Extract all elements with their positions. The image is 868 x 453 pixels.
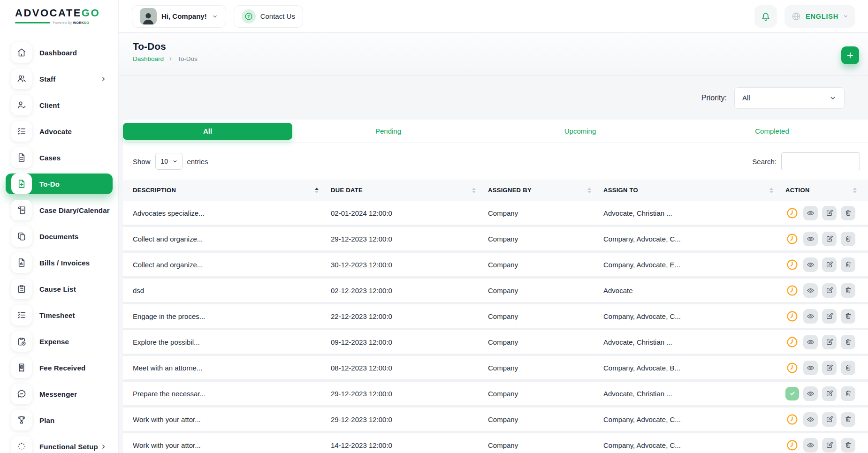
sidebar-item-label: Expense xyxy=(39,338,69,346)
sidebar-item-expense[interactable]: Expense xyxy=(6,331,113,352)
edit-button[interactable] xyxy=(822,438,837,453)
view-button[interactable] xyxy=(803,309,818,324)
row-actions xyxy=(785,361,868,375)
contact-us-label: Contact Us xyxy=(260,12,295,20)
breadcrumb-dashboard-link[interactable]: Dashboard xyxy=(133,55,164,62)
svg-text:?: ? xyxy=(247,14,250,19)
trash-icon xyxy=(845,261,852,268)
delete-button[interactable] xyxy=(841,206,855,220)
tab-completed[interactable]: Completed xyxy=(676,120,868,143)
entries-label: entries xyxy=(187,158,208,166)
column-header-action[interactable]: ACTION xyxy=(785,180,868,201)
trash-icon xyxy=(845,364,852,371)
delete-button[interactable] xyxy=(841,386,855,401)
view-button[interactable] xyxy=(803,335,818,349)
sidebar-item-cause-list[interactable]: Cause List xyxy=(6,279,113,299)
table-row: Work with your attor... 29-12-2023 12:00… xyxy=(123,408,868,433)
todo-assigned-by: Company xyxy=(488,338,603,346)
tab-pending[interactable]: Pending xyxy=(292,120,484,143)
delete-button[interactable] xyxy=(841,438,855,453)
sidebar-item-todo[interactable]: To-Do xyxy=(6,174,113,194)
eye-icon xyxy=(807,287,815,294)
language-label: ENGLISH xyxy=(806,13,838,20)
home-icon xyxy=(11,42,32,63)
view-button[interactable] xyxy=(803,283,818,298)
edit-button[interactable] xyxy=(822,283,837,298)
sidebar-item-messenger[interactable]: Messenger xyxy=(6,384,113,404)
edit-button[interactable] xyxy=(822,386,837,401)
edit-button[interactable] xyxy=(822,335,837,349)
status-slot xyxy=(785,284,799,297)
column-header-due-date[interactable]: DUE DATE xyxy=(331,180,488,201)
view-button[interactable] xyxy=(803,412,818,427)
view-button[interactable] xyxy=(803,257,818,272)
delete-button[interactable] xyxy=(841,361,855,375)
expense-clipboard-clock-icon xyxy=(11,331,32,352)
column-header-assign-to[interactable]: ASSIGN TO xyxy=(603,180,785,201)
view-button[interactable] xyxy=(803,361,818,375)
sidebar-item-bills-invoices[interactable]: Bills / Invoices xyxy=(6,252,113,273)
sidebar-item-cases[interactable]: Cases xyxy=(6,147,113,168)
main-area: Hi, Company! ? Contact Us xyxy=(119,0,868,453)
trash-icon xyxy=(845,415,852,423)
eye-icon xyxy=(807,209,815,217)
notifications-button[interactable] xyxy=(754,5,777,28)
edit-button[interactable] xyxy=(822,309,837,324)
todo-assigned-by: Company xyxy=(488,390,603,398)
page-size-select[interactable]: 10 xyxy=(155,153,183,170)
chevron-right-icon xyxy=(100,76,107,82)
delete-button[interactable] xyxy=(841,257,855,272)
chevron-down-icon xyxy=(172,159,178,164)
view-button[interactable] xyxy=(803,206,818,220)
edit-button[interactable] xyxy=(822,361,837,375)
eye-icon xyxy=(807,364,815,372)
priority-select[interactable]: All xyxy=(734,87,845,109)
table-controls: Show 10 entries Search: xyxy=(123,143,868,180)
column-header-description[interactable]: DESCRIPTION xyxy=(133,180,331,201)
app-root: ADVOCATEGO Powered By WORKDO Dashboard S… xyxy=(0,0,868,453)
view-button[interactable] xyxy=(803,386,818,401)
sidebar-item-timesheet[interactable]: Timesheet xyxy=(6,305,113,325)
delete-button[interactable] xyxy=(841,309,855,324)
edit-button[interactable] xyxy=(822,257,837,272)
sidebar-item-case-diary-calendar[interactable]: Case Diary/Calendar xyxy=(6,200,113,220)
sidebar-item-staff[interactable]: Staff xyxy=(6,68,113,89)
chevron-down-icon xyxy=(843,13,849,19)
sort-icon xyxy=(587,188,591,193)
contact-us-button[interactable]: ? Contact Us xyxy=(234,5,303,28)
pending-clock-icon xyxy=(786,413,799,426)
delete-button[interactable] xyxy=(841,335,855,349)
todo-description: Collect and organize... xyxy=(133,261,331,269)
delete-button[interactable] xyxy=(841,283,855,298)
delete-button[interactable] xyxy=(841,232,855,246)
view-button[interactable] xyxy=(803,232,818,246)
edit-button[interactable] xyxy=(822,412,837,427)
view-button[interactable] xyxy=(803,438,818,453)
todo-due-date: 29-12-2023 12:00:0 xyxy=(331,415,488,423)
sidebar-item-dashboard[interactable]: Dashboard xyxy=(6,42,113,63)
sidebar-item-plan[interactable]: Plan xyxy=(6,410,113,430)
sidebar-item-advocate[interactable]: Advocate xyxy=(6,121,113,142)
priority-label: Priority: xyxy=(701,94,727,102)
user-menu[interactable]: Hi, Company! xyxy=(132,5,226,28)
row-actions xyxy=(785,257,868,272)
edit-button[interactable] xyxy=(822,232,837,246)
edit-button[interactable] xyxy=(822,206,837,220)
bills-file-chart-icon xyxy=(11,252,32,273)
status-slot xyxy=(785,233,799,245)
tab-upcoming[interactable]: Upcoming xyxy=(484,120,676,143)
column-header-assigned-by[interactable]: ASSIGNED BY xyxy=(488,180,603,201)
plus-icon xyxy=(846,51,854,60)
language-selector[interactable]: ENGLISH xyxy=(784,5,855,28)
search-input[interactable] xyxy=(781,152,860,170)
sidebar-item-label: Documents xyxy=(39,233,78,241)
eye-icon xyxy=(807,235,815,243)
tab-all[interactable]: All xyxy=(123,123,292,140)
delete-button[interactable] xyxy=(841,412,855,427)
add-todo-button[interactable] xyxy=(841,46,859,64)
sidebar-item-functional-setup[interactable]: Functional Setup xyxy=(6,436,113,453)
sidebar-item-client[interactable]: Client xyxy=(6,95,113,115)
sidebar-item-fee-received[interactable]: $ Fee Received xyxy=(6,357,113,378)
sidebar-item-documents[interactable]: Documents xyxy=(6,226,113,247)
status-slot xyxy=(785,310,799,323)
